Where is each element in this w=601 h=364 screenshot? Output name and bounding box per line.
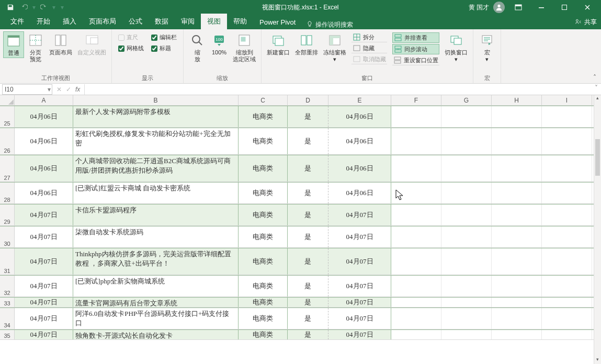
cell-D29[interactable]: 是 [288,204,328,225]
user-avatar-icon[interactable] [493,2,505,13]
cell-E31[interactable]: 04月07日 [328,248,391,275]
normal-view-button[interactable]: 普通 [3,31,24,58]
cell-G28[interactable] [441,183,492,203]
formula-bar-input[interactable]: ˅ [84,84,601,95]
zoom-button[interactable]: 缩放 [187,31,208,64]
cell-H25[interactable] [492,106,542,127]
cell-G27[interactable] [441,155,492,181]
cell-G33[interactable] [441,298,492,307]
cell-C26[interactable]: 电商类 [239,128,288,154]
cell-B35[interactable]: 独角数卡-开源式站长自动化发卡 [73,330,239,339]
cell-C27[interactable]: 电商类 [239,155,288,181]
cell-E27[interactable]: 04月06日 [328,155,391,181]
cell-B32[interactable]: [已测试]php全新实物商城系统 [73,276,239,297]
cell-I27[interactable] [542,155,592,181]
cell-A32[interactable]: 04月07日 [15,276,73,297]
scroll-down-icon[interactable]: ▾ [594,357,601,364]
close-icon[interactable] [578,0,597,15]
cell-E35[interactable]: 04月07日 [328,330,391,339]
cell-G35[interactable] [441,330,492,339]
row-header-28[interactable]: 28 [0,183,15,203]
cell-F27[interactable] [391,155,441,181]
tab-powerpivot[interactable]: Power Pivot [253,15,302,29]
cell-G25[interactable] [441,106,492,127]
cell-A30[interactable]: 04月07日 [15,226,73,247]
row-header-27[interactable]: 27 [0,155,15,181]
row-header-25[interactable]: 25 [0,106,15,127]
cell-I30[interactable] [542,226,592,247]
row-header-35[interactable]: 35 [0,330,15,339]
cell-D27[interactable]: 是 [288,155,328,181]
cell-C35[interactable]: 电商类 [239,330,288,339]
cell-B30[interactable]: 柒微自动发卡系统源码 [73,226,239,247]
formulabar-checkbox[interactable]: 编辑栏 [151,33,177,41]
cell-H33[interactable] [492,298,542,307]
hide-button[interactable]: 隐藏 [351,43,387,53]
switch-windows-button[interactable]: 切换窗口▾ [443,31,470,64]
cell-E30[interactable]: 04月07日 [328,226,391,247]
minimize-icon[interactable] [532,0,551,15]
tab-home[interactable]: 开始 [30,14,56,29]
tell-me-search[interactable]: 操作说明搜索 [302,20,357,29]
cell-E26[interactable]: 04月06日 [328,128,391,154]
redo-icon[interactable] [38,2,50,13]
cell-A31[interactable]: 04月07日 [15,248,73,275]
cell-I26[interactable] [542,128,592,154]
cell-E29[interactable]: 04月07日 [328,204,391,225]
undo-icon[interactable] [18,2,30,13]
freeze-panes-button[interactable]: 冻结窗格▾ [321,31,348,64]
cell-F33[interactable] [391,298,441,307]
cell-B33[interactable]: 流量卡官网源码有后台带文章系统 [73,298,239,307]
column-header-H[interactable]: H [492,95,542,105]
cell-B29[interactable]: 卡信乐卡盟源码程序 [73,204,239,225]
ribbon-display-icon[interactable] [509,0,528,15]
save-icon[interactable] [4,2,17,13]
share-button[interactable]: 共享 [575,18,597,27]
cell-D35[interactable]: 是 [288,330,328,339]
cell-H34[interactable] [492,308,542,329]
zoom-to-selection-button[interactable]: 缩放到选定区域 [231,31,258,64]
cell-D28[interactable]: 是 [288,183,328,203]
cell-A28[interactable]: 04月06日 [15,183,73,203]
tab-review[interactable]: 审阅 [175,14,201,29]
cell-E34[interactable]: 04月07日 [328,308,391,329]
new-window-button[interactable]: 新建窗口 [265,31,292,57]
column-header-A[interactable]: A [15,95,73,105]
cell-C33[interactable]: 电商类 [239,298,288,307]
cell-F26[interactable] [391,128,441,154]
cell-C31[interactable]: 电商类 [239,248,288,275]
tab-data[interactable]: 数据 [149,14,175,29]
cell-F29[interactable] [391,204,441,225]
custom-views-button[interactable]: 自定义视图 [75,31,108,57]
cell-C25[interactable]: 电商类 [239,106,288,127]
row-header-31[interactable]: 31 [0,248,15,275]
row-header-26[interactable]: 26 [0,128,15,154]
name-box-dropdown-icon[interactable]: ▾ [48,86,51,93]
cell-H30[interactable] [492,226,542,247]
pagebreak-preview-button[interactable]: 分页预览 [25,31,46,64]
reset-window-pos-button[interactable]: 重设窗口位置 [392,55,439,65]
row-header-29[interactable]: 29 [0,204,15,225]
cell-D25[interactable]: 是 [288,106,328,127]
pagelayout-view-button[interactable]: 页面布局 [47,31,74,57]
cell-D30[interactable]: 是 [288,226,328,247]
cell-B26[interactable]: 彩虹代刷免授权,修复发卡功能和分站功能+完全无加密 [73,128,239,154]
cell-F31[interactable] [391,248,441,275]
column-header-C[interactable]: C [239,95,288,105]
tab-formulas[interactable]: 公式 [122,14,149,29]
cell-A35[interactable]: 04月07日 [15,330,73,339]
cell-F35[interactable] [391,330,441,339]
row-header-30[interactable]: 30 [0,226,15,247]
cell-E33[interactable]: 04月07日 [328,298,391,307]
cell-H28[interactable] [492,183,542,203]
collapse-ribbon-icon[interactable]: ˄ [588,29,601,83]
macros-button[interactable]: 宏▾ [477,31,497,64]
cell-B34[interactable]: 阿洋6.0自动发卡PHP平台源码易支付接口+码支付接口 [73,308,239,329]
cell-A29[interactable]: 04月07日 [15,204,73,225]
row-header-32[interactable]: 32 [0,276,15,297]
gridlines-checkbox[interactable]: 网格线 [118,44,144,52]
cell-H31[interactable] [492,248,542,275]
cell-A26[interactable]: 04月06日 [15,128,73,154]
cell-H35[interactable] [492,330,542,339]
cell-I28[interactable] [542,183,592,203]
